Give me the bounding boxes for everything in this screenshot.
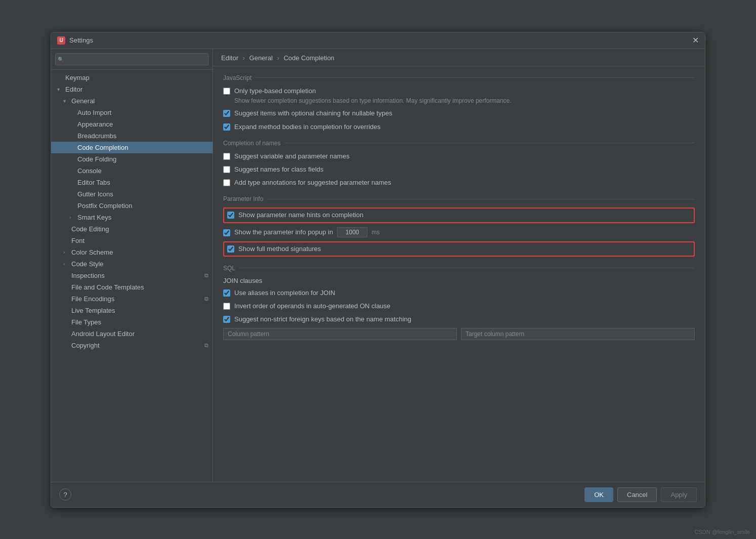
editor-tabs-label: Editor Tabs: [77, 179, 110, 186]
only-type-based-text: Only type-based completion: [234, 87, 316, 95]
color-scheme-arrow: ›: [63, 250, 69, 255]
column-pattern-header: Column pattern: [223, 328, 457, 340]
breadcrumb-sep1: ›: [243, 54, 245, 62]
code-folding-label: Code Folding: [77, 155, 116, 163]
color-scheme-label: Color Scheme: [71, 248, 113, 256]
completion-of-names-title: Completion of names: [223, 140, 695, 147]
add-type-annotations-checkbox[interactable]: [223, 179, 230, 186]
show-param-hints-checkbox[interactable]: [227, 212, 234, 219]
use-aliases-label[interactable]: Use aliases in completion for JOIN: [234, 288, 335, 298]
sidebar-item-code-editing[interactable]: Code Editing: [51, 223, 213, 235]
main-content: Keymap ▾ Editor ▾ General Auto Import Ap…: [51, 49, 705, 482]
file-and-code-templates-label: File and Code Templates: [71, 283, 144, 291]
breadcrumb-code-completion: Code Completion: [283, 54, 334, 62]
sidebar-item-keymap[interactable]: Keymap: [51, 72, 213, 84]
sidebar-item-live-templates[interactable]: Live Templates: [51, 305, 213, 316]
sidebar-item-code-style[interactable]: › Code Style: [51, 258, 213, 270]
sidebar-item-file-and-code-templates[interactable]: File and Code Templates: [51, 281, 213, 293]
settings-dialog: U Settings ✕ Keymap ▾ Editor: [51, 32, 705, 508]
suggest-non-strict-checkbox[interactable]: [223, 316, 230, 323]
suggest-variable-label[interactable]: Suggest variable and parameter names: [234, 152, 350, 161]
sidebar-item-code-completion[interactable]: Code Completion: [51, 142, 213, 153]
smart-keys-label: Smart Keys: [77, 214, 111, 221]
sidebar: Keymap ▾ Editor ▾ General Auto Import Ap…: [51, 49, 213, 482]
breadcrumb-sep2: ›: [277, 54, 279, 62]
show-full-signatures-row: Show full method signatures: [223, 241, 695, 257]
auto-import-label: Auto Import: [77, 109, 111, 116]
code-style-arrow: ›: [63, 261, 69, 267]
suggest-variable-row: Suggest variable and parameter names: [223, 152, 695, 161]
use-aliases-checkbox[interactable]: [223, 289, 230, 297]
add-type-annotations-row: Add type annotations for suggested param…: [223, 178, 695, 187]
suggest-variable-checkbox[interactable]: [223, 153, 230, 160]
join-clauses-text: JOIN clauses: [223, 277, 262, 284]
sidebar-item-editor-tabs[interactable]: Editor Tabs: [51, 177, 213, 188]
invert-order-checkbox[interactable]: [223, 303, 230, 310]
use-aliases-row: Use aliases in completion for JOIN: [223, 288, 695, 298]
apply-button[interactable]: Apply: [661, 487, 697, 502]
sidebar-item-postfix-completion[interactable]: Postfix Completion: [51, 200, 213, 212]
file-encodings-copy-icon: ⧉: [204, 296, 208, 302]
help-button[interactable]: ?: [59, 488, 71, 501]
ok-button[interactable]: OK: [584, 487, 613, 502]
sidebar-item-file-types[interactable]: File Types: [51, 316, 213, 328]
action-buttons: OK Cancel Apply: [584, 487, 697, 502]
gutter-icons-label: Gutter Icons: [77, 190, 113, 198]
sidebar-item-auto-import[interactable]: Auto Import: [51, 107, 213, 118]
only-type-based-label[interactable]: Only type-based completion Show fewer co…: [234, 87, 512, 105]
sidebar-item-gutter-icons[interactable]: Gutter Icons: [51, 188, 213, 200]
sidebar-item-appearance[interactable]: Appearance: [51, 118, 213, 130]
param-popup-delay-input[interactable]: [337, 227, 367, 237]
expand-method-checkbox[interactable]: [223, 123, 230, 131]
show-full-signatures-label[interactable]: Show full method signatures: [238, 244, 321, 254]
sidebar-item-code-folding[interactable]: Code Folding: [51, 153, 213, 165]
expand-method-label[interactable]: Expand method bodies in completion for o…: [234, 122, 381, 132]
close-button[interactable]: ✕: [692, 36, 699, 45]
smart-keys-arrow: ›: [69, 215, 75, 220]
parameter-info-section: Parameter Info Show parameter name hints…: [223, 195, 695, 256]
optional-chaining-checkbox[interactable]: [223, 110, 230, 117]
optional-chaining-row: Suggest items with optional chaining for…: [223, 109, 695, 118]
search-input[interactable]: [55, 53, 208, 65]
code-completion-label: Code Completion: [77, 144, 128, 151]
android-layout-editor-label: Android Layout Editor: [71, 330, 135, 338]
suggest-non-strict-label[interactable]: Suggest non-strict foreign keys based on…: [234, 315, 411, 324]
sidebar-item-file-encodings[interactable]: File Encodings ⧉: [51, 293, 213, 305]
editor-arrow: ▾: [57, 87, 63, 92]
show-param-popup-label[interactable]: Show the parameter info popup in: [234, 228, 333, 236]
editor-label: Editor: [65, 86, 82, 93]
column-headers-row: Column pattern Target column pattern: [223, 328, 695, 340]
live-templates-label: Live Templates: [71, 307, 115, 314]
show-full-signatures-checkbox[interactable]: [227, 245, 234, 253]
suggest-class-fields-label[interactable]: Suggest names for class fields: [234, 165, 323, 174]
app-icon: U: [57, 36, 65, 45]
invert-order-label[interactable]: Invert order of operands in auto-generat…: [234, 302, 391, 311]
add-type-annotations-label[interactable]: Add type annotations for suggested param…: [234, 178, 391, 187]
suggest-class-fields-row: Suggest names for class fields: [223, 165, 695, 174]
title-bar: U Settings ✕: [51, 32, 705, 49]
dialog-title: Settings: [69, 36, 93, 44]
optional-chaining-label[interactable]: Suggest items with optional chaining for…: [234, 109, 392, 118]
watermark: CSDN @fenglin_smile: [694, 529, 750, 535]
tree: Keymap ▾ Editor ▾ General Auto Import Ap…: [51, 70, 213, 482]
cancel-button[interactable]: Cancel: [617, 487, 657, 502]
ms-label: ms: [371, 229, 380, 236]
show-param-hints-label[interactable]: Show parameter name hints on completion: [238, 211, 363, 220]
sidebar-item-editor[interactable]: ▾ Editor: [51, 84, 213, 95]
sidebar-item-smart-keys[interactable]: › Smart Keys: [51, 212, 213, 223]
sidebar-item-color-scheme[interactable]: › Color Scheme: [51, 246, 213, 258]
show-param-popup-row: Show the parameter info popup in ms: [223, 227, 695, 237]
file-encodings-label: File Encodings: [71, 295, 114, 303]
sidebar-item-console[interactable]: Console: [51, 165, 213, 177]
only-type-based-checkbox[interactable]: [223, 88, 230, 95]
sidebar-item-copyright[interactable]: Copyright ⧉: [51, 340, 213, 351]
suggest-class-fields-checkbox[interactable]: [223, 166, 230, 173]
sidebar-item-general[interactable]: ▾ General: [51, 95, 213, 107]
sidebar-item-android-layout-editor[interactable]: Android Layout Editor: [51, 328, 213, 340]
sidebar-item-breadcrumbs[interactable]: Breadcrumbs: [51, 130, 213, 142]
show-param-popup-checkbox[interactable]: [223, 229, 230, 236]
sidebar-item-inspections[interactable]: Inspections ⧉: [51, 270, 213, 281]
sidebar-item-font[interactable]: Font: [51, 235, 213, 246]
search-box: [51, 49, 213, 70]
inspections-label: Inspections: [71, 272, 105, 279]
